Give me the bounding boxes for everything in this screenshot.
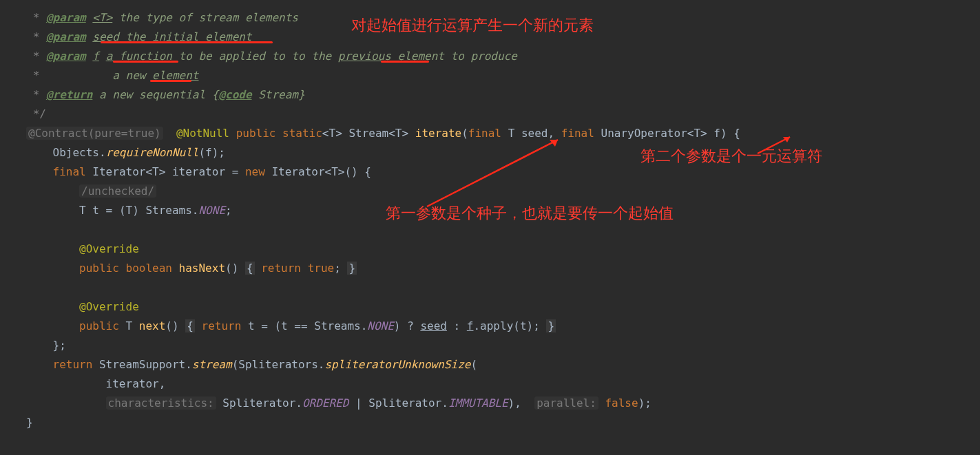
char-hint: characteristics: [106, 396, 216, 410]
code-line[interactable]: /unchecked/ [0, 182, 980, 201]
code-line[interactable]: iterator, [0, 374, 980, 394]
doc-line-3: * @param f a function to be applied to t… [0, 47, 980, 66]
method-signature[interactable]: @Contract(pure=true) @NotNull public sta… [0, 124, 980, 143]
code-line[interactable]: public T next() { return t = (t == Strea… [0, 317, 980, 336]
code-line[interactable]: return StreamSupport.stream(Spliterators… [0, 355, 980, 374]
code-line[interactable]: characteristics: Spliterator.ORDERED | S… [0, 394, 980, 413]
blank-line [0, 220, 980, 240]
code-line[interactable]: final Iterator<T> iterator = new Iterato… [0, 162, 980, 182]
code-line[interactable]: T t = (T) Streams.NONE; [0, 201, 980, 220]
blank-line [0, 278, 980, 297]
doc-line-1: * @param <T> the type of stream elements [0, 8, 980, 28]
unchecked-hint: /unchecked/ [79, 184, 156, 198]
doc-line-4: * a new element [0, 66, 980, 85]
doc-line-2: * @param seed the initial element [0, 28, 980, 47]
code-line[interactable]: } [0, 413, 980, 432]
code-line[interactable]: Objects.requireNonNull(f); [0, 143, 980, 162]
doc-line-5: * @return a new sequential {@code Stream… [0, 85, 980, 105]
code-line[interactable]: @Override [0, 240, 980, 259]
parallel-hint: parallel: [534, 396, 598, 410]
contract-hint: @Contract(pure=true) [26, 127, 163, 140]
code-line[interactable]: public boolean hasNext() { return true; … [0, 259, 980, 278]
doc-end: */ [0, 105, 980, 124]
code-line[interactable]: }; [0, 336, 980, 355]
code-line[interactable]: @Override [0, 297, 980, 317]
